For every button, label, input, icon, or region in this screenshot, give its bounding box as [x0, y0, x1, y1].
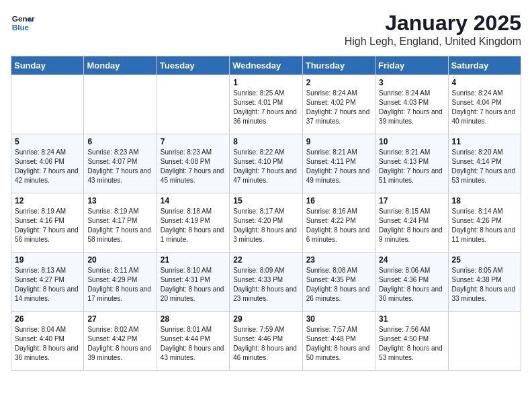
calendar-cell: 26Sunrise: 8:04 AM Sunset: 4:40 PM Dayli…: [11, 312, 84, 371]
day-info: Sunrise: 7:56 AM Sunset: 4:50 PM Dayligh…: [379, 325, 444, 363]
day-number: 29: [233, 314, 298, 324]
day-info: Sunrise: 8:10 AM Sunset: 4:31 PM Dayligh…: [161, 266, 226, 304]
calendar-cell: 28Sunrise: 8:01 AM Sunset: 4:44 PM Dayli…: [157, 312, 229, 371]
calendar-cell: 1Sunrise: 8:25 AM Sunset: 4:01 PM Daylig…: [230, 75, 302, 134]
calendar-cell: 13Sunrise: 8:19 AM Sunset: 4:17 PM Dayli…: [84, 193, 157, 253]
day-info: Sunrise: 8:15 AM Sunset: 4:24 PM Dayligh…: [379, 207, 444, 244]
calendar-cell: 23Sunrise: 8:08 AM Sunset: 4:35 PM Dayli…: [302, 253, 375, 312]
month-title: January 2025: [345, 11, 521, 36]
svg-text:General: General: [12, 14, 35, 23]
day-number: 9: [306, 137, 371, 146]
day-number: 6: [87, 137, 152, 146]
day-info: Sunrise: 8:11 AM Sunset: 4:29 PM Dayligh…: [87, 266, 152, 304]
day-info: Sunrise: 8:24 AM Sunset: 4:06 PM Dayligh…: [15, 148, 80, 185]
calendar-cell: [448, 312, 521, 371]
calendar-cell: 5Sunrise: 8:24 AM Sunset: 4:06 PM Daylig…: [11, 134, 84, 193]
calendar-cell: 12Sunrise: 8:19 AM Sunset: 4:16 PM Dayli…: [11, 193, 84, 253]
calendar-table: SundayMondayTuesdayWednesdayThursdayFrid…: [11, 56, 521, 371]
calendar-cell: 11Sunrise: 8:20 AM Sunset: 4:14 PM Dayli…: [448, 134, 521, 193]
day-number: 12: [15, 196, 80, 205]
weekday-header: Sunday: [11, 56, 84, 75]
day-number: 4: [452, 78, 517, 87]
day-number: 13: [87, 196, 152, 205]
day-info: Sunrise: 8:24 AM Sunset: 4:03 PM Dayligh…: [379, 89, 444, 126]
calendar-cell: 7Sunrise: 8:23 AM Sunset: 4:08 PM Daylig…: [157, 134, 229, 193]
calendar-week-row: 26Sunrise: 8:04 AM Sunset: 4:40 PM Dayli…: [11, 312, 521, 371]
day-number: 7: [161, 137, 226, 146]
calendar-cell: 31Sunrise: 7:56 AM Sunset: 4:50 PM Dayli…: [375, 312, 448, 371]
day-info: Sunrise: 8:17 AM Sunset: 4:20 PM Dayligh…: [233, 207, 298, 244]
calendar-cell: 20Sunrise: 8:11 AM Sunset: 4:29 PM Dayli…: [84, 253, 157, 312]
calendar-cell: 18Sunrise: 8:14 AM Sunset: 4:26 PM Dayli…: [448, 193, 521, 253]
day-info: Sunrise: 8:21 AM Sunset: 4:11 PM Dayligh…: [306, 148, 371, 185]
day-info: Sunrise: 8:22 AM Sunset: 4:10 PM Dayligh…: [233, 148, 298, 185]
day-info: Sunrise: 8:23 AM Sunset: 4:07 PM Dayligh…: [87, 148, 152, 185]
calendar-cell: [84, 75, 157, 134]
calendar-cell: 19Sunrise: 8:13 AM Sunset: 4:27 PM Dayli…: [11, 253, 84, 312]
calendar-cell: 22Sunrise: 8:09 AM Sunset: 4:33 PM Dayli…: [230, 253, 302, 312]
calendar-cell: [11, 75, 84, 134]
day-info: Sunrise: 7:57 AM Sunset: 4:48 PM Dayligh…: [306, 325, 371, 363]
calendar-cell: 4Sunrise: 8:24 AM Sunset: 4:04 PM Daylig…: [448, 75, 521, 134]
calendar-cell: 6Sunrise: 8:23 AM Sunset: 4:07 PM Daylig…: [84, 134, 157, 193]
day-number: 19: [15, 255, 80, 265]
calendar-cell: 21Sunrise: 8:10 AM Sunset: 4:31 PM Dayli…: [157, 253, 229, 312]
day-info: Sunrise: 8:18 AM Sunset: 4:19 PM Dayligh…: [161, 207, 226, 244]
calendar-cell: 15Sunrise: 8:17 AM Sunset: 4:20 PM Dayli…: [230, 193, 302, 253]
day-info: Sunrise: 8:24 AM Sunset: 4:02 PM Dayligh…: [306, 89, 371, 126]
calendar-cell: 2Sunrise: 8:24 AM Sunset: 4:02 PM Daylig…: [302, 75, 375, 134]
day-info: Sunrise: 7:59 AM Sunset: 4:46 PM Dayligh…: [233, 325, 298, 363]
day-info: Sunrise: 8:19 AM Sunset: 4:16 PM Dayligh…: [15, 207, 80, 244]
day-number: 18: [452, 196, 517, 205]
day-info: Sunrise: 8:13 AM Sunset: 4:27 PM Dayligh…: [15, 266, 80, 304]
day-number: 22: [233, 255, 298, 265]
day-number: 20: [87, 255, 152, 265]
logo: General Blue: [11, 11, 35, 35]
weekday-header: Thursday: [302, 56, 375, 75]
day-info: Sunrise: 8:24 AM Sunset: 4:04 PM Dayligh…: [452, 89, 517, 126]
calendar-cell: 14Sunrise: 8:18 AM Sunset: 4:19 PM Dayli…: [157, 193, 229, 253]
day-info: Sunrise: 8:14 AM Sunset: 4:26 PM Dayligh…: [452, 207, 517, 244]
logo-icon: General Blue: [11, 11, 35, 35]
calendar-week-row: 5Sunrise: 8:24 AM Sunset: 4:06 PM Daylig…: [11, 134, 521, 193]
day-info: Sunrise: 8:23 AM Sunset: 4:08 PM Dayligh…: [161, 148, 226, 185]
day-number: 27: [87, 314, 152, 324]
day-number: 14: [161, 196, 226, 205]
day-number: 26: [15, 314, 80, 324]
day-number: 17: [379, 196, 444, 205]
day-info: Sunrise: 8:21 AM Sunset: 4:13 PM Dayligh…: [379, 148, 444, 185]
day-number: 3: [379, 78, 444, 87]
day-number: 16: [306, 196, 371, 205]
day-number: 31: [379, 314, 444, 324]
day-number: 28: [161, 314, 226, 324]
day-info: Sunrise: 8:20 AM Sunset: 4:14 PM Dayligh…: [452, 148, 517, 185]
day-info: Sunrise: 8:19 AM Sunset: 4:17 PM Dayligh…: [87, 207, 152, 244]
calendar-cell: 30Sunrise: 7:57 AM Sunset: 4:48 PM Dayli…: [302, 312, 375, 371]
day-number: 15: [233, 196, 298, 205]
day-number: 10: [379, 137, 444, 146]
calendar-cell: [157, 75, 229, 134]
day-number: 2: [306, 78, 371, 87]
calendar-cell: 17Sunrise: 8:15 AM Sunset: 4:24 PM Dayli…: [375, 193, 448, 253]
calendar-cell: 10Sunrise: 8:21 AM Sunset: 4:13 PM Dayli…: [375, 134, 448, 193]
day-info: Sunrise: 8:09 AM Sunset: 4:33 PM Dayligh…: [233, 266, 298, 304]
day-number: 25: [452, 255, 517, 265]
day-info: Sunrise: 8:06 AM Sunset: 4:36 PM Dayligh…: [379, 266, 444, 304]
day-info: Sunrise: 8:05 AM Sunset: 4:38 PM Dayligh…: [452, 266, 517, 304]
calendar-cell: 29Sunrise: 7:59 AM Sunset: 4:46 PM Dayli…: [230, 312, 302, 371]
day-number: 30: [306, 314, 371, 324]
day-info: Sunrise: 8:08 AM Sunset: 4:35 PM Dayligh…: [306, 266, 371, 304]
weekday-header: Monday: [84, 56, 157, 75]
calendar-cell: 24Sunrise: 8:06 AM Sunset: 4:36 PM Dayli…: [375, 253, 448, 312]
calendar-cell: 25Sunrise: 8:05 AM Sunset: 4:38 PM Dayli…: [448, 253, 521, 312]
calendar-cell: 27Sunrise: 8:02 AM Sunset: 4:42 PM Dayli…: [84, 312, 157, 371]
calendar-week-row: 19Sunrise: 8:13 AM Sunset: 4:27 PM Dayli…: [11, 253, 521, 312]
day-number: 23: [306, 255, 371, 265]
day-info: Sunrise: 8:01 AM Sunset: 4:44 PM Dayligh…: [161, 325, 226, 363]
weekday-header: Wednesday: [230, 56, 302, 75]
day-info: Sunrise: 8:02 AM Sunset: 4:42 PM Dayligh…: [87, 325, 152, 363]
day-number: 11: [452, 137, 517, 146]
calendar-week-row: 12Sunrise: 8:19 AM Sunset: 4:16 PM Dayli…: [11, 193, 521, 253]
title-block: January 2025 High Legh, England, United …: [345, 11, 521, 48]
svg-text:Blue: Blue: [12, 23, 30, 32]
